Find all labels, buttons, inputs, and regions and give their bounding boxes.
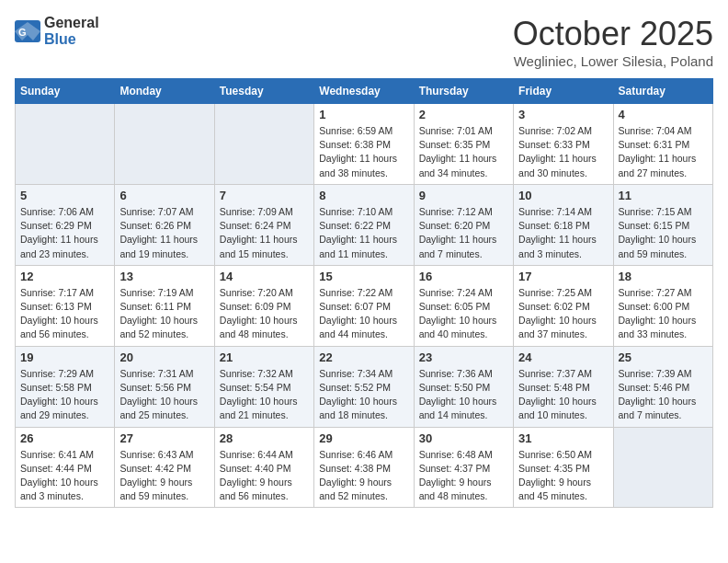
cell-date-number: 10 (518, 189, 608, 202)
cell-info-text: Sunrise: 6:48 AMSunset: 4:37 PMDaylight:… (419, 448, 508, 504)
day-header-wednesday: Wednesday (314, 79, 414, 104)
cell-info-text: Sunrise: 7:29 AMSunset: 5:58 PMDaylight:… (20, 367, 109, 423)
calendar-cell: 23Sunrise: 7:36 AMSunset: 5:50 PMDayligh… (414, 346, 513, 427)
cell-date-number: 22 (319, 350, 408, 364)
calendar-cell: 29Sunrise: 6:46 AMSunset: 4:38 PMDayligh… (314, 427, 414, 508)
calendar-cell: 5Sunrise: 7:06 AMSunset: 6:29 PMDaylight… (16, 184, 115, 265)
calendar-cell (214, 104, 313, 185)
week-row-3: 12Sunrise: 7:17 AMSunset: 6:13 PMDayligh… (16, 265, 713, 346)
cell-info-text: Sunrise: 7:25 AMSunset: 6:02 PMDaylight:… (518, 286, 608, 342)
logo-icon: G (15, 20, 40, 42)
calendar-table: SundayMondayTuesdayWednesdayThursdayFrid… (15, 78, 713, 508)
week-row-2: 5Sunrise: 7:06 AMSunset: 6:29 PMDaylight… (16, 184, 713, 265)
cell-date-number: 24 (518, 350, 608, 364)
cell-date-number: 30 (419, 431, 508, 445)
calendar-cell: 21Sunrise: 7:32 AMSunset: 5:54 PMDayligh… (214, 346, 313, 427)
week-row-1: 1Sunrise: 6:59 AMSunset: 6:38 PMDaylight… (16, 104, 713, 185)
calendar-cell: 8Sunrise: 7:10 AMSunset: 6:22 PMDaylight… (314, 184, 414, 265)
calendar-cell (613, 427, 712, 508)
cell-info-text: Sunrise: 7:39 AMSunset: 5:46 PMDaylight:… (619, 367, 708, 423)
cell-date-number: 31 (518, 431, 608, 445)
calendar-cell: 20Sunrise: 7:31 AMSunset: 5:56 PMDayligh… (115, 346, 214, 427)
cell-date-number: 14 (220, 270, 309, 283)
cell-date-number: 6 (119, 189, 209, 202)
cell-info-text: Sunrise: 7:07 AMSunset: 6:26 PMDaylight:… (119, 205, 209, 261)
calendar-cell: 27Sunrise: 6:43 AMSunset: 4:42 PMDayligh… (115, 427, 214, 508)
cell-info-text: Sunrise: 6:59 AMSunset: 6:38 PMDaylight:… (319, 124, 408, 180)
day-header-friday: Friday (514, 79, 613, 104)
cell-date-number: 4 (619, 108, 708, 121)
cell-info-text: Sunrise: 7:32 AMSunset: 5:54 PMDaylight:… (220, 367, 309, 423)
cell-info-text: Sunrise: 6:41 AMSunset: 4:44 PMDaylight:… (20, 448, 109, 504)
calendar-cell: 19Sunrise: 7:29 AMSunset: 5:58 PMDayligh… (16, 346, 115, 427)
cell-date-number: 26 (20, 431, 109, 445)
calendar-cell: 17Sunrise: 7:25 AMSunset: 6:02 PMDayligh… (514, 265, 613, 346)
calendar-cell: 15Sunrise: 7:22 AMSunset: 6:07 PMDayligh… (314, 265, 414, 346)
cell-info-text: Sunrise: 7:17 AMSunset: 6:13 PMDaylight:… (20, 286, 109, 342)
cell-date-number: 7 (220, 189, 309, 202)
cell-date-number: 5 (20, 189, 109, 202)
calendar-cell: 7Sunrise: 7:09 AMSunset: 6:24 PMDaylight… (214, 184, 313, 265)
cell-date-number: 28 (220, 431, 309, 445)
cell-info-text: Sunrise: 7:37 AMSunset: 5:48 PMDaylight:… (518, 367, 608, 423)
title-block: October 2025 Wegliniec, Lower Silesia, P… (513, 15, 713, 69)
cell-info-text: Sunrise: 7:14 AMSunset: 6:18 PMDaylight:… (518, 205, 608, 261)
week-row-4: 19Sunrise: 7:29 AMSunset: 5:58 PMDayligh… (16, 346, 713, 427)
logo-general-text: General (44, 15, 99, 30)
calendar-cell: 30Sunrise: 6:48 AMSunset: 4:37 PMDayligh… (414, 427, 513, 508)
cell-info-text: Sunrise: 7:06 AMSunset: 6:29 PMDaylight:… (20, 205, 109, 261)
calendar-cell: 9Sunrise: 7:12 AMSunset: 6:20 PMDaylight… (414, 184, 513, 265)
cell-info-text: Sunrise: 7:27 AMSunset: 6:00 PMDaylight:… (619, 286, 708, 342)
cell-info-text: Sunrise: 7:19 AMSunset: 6:11 PMDaylight:… (119, 286, 209, 342)
cell-info-text: Sunrise: 7:10 AMSunset: 6:22 PMDaylight:… (319, 205, 408, 261)
cell-date-number: 20 (119, 350, 209, 364)
cell-info-text: Sunrise: 6:46 AMSunset: 4:38 PMDaylight:… (319, 448, 408, 504)
cell-date-number: 13 (119, 270, 209, 283)
cell-date-number: 19 (20, 350, 109, 364)
cell-date-number: 1 (319, 108, 408, 121)
cell-info-text: Sunrise: 7:15 AMSunset: 6:15 PMDaylight:… (619, 205, 708, 261)
month-title: October 2025 (513, 15, 713, 53)
cell-info-text: Sunrise: 7:01 AMSunset: 6:35 PMDaylight:… (419, 124, 508, 180)
calendar-cell: 12Sunrise: 7:17 AMSunset: 6:13 PMDayligh… (16, 265, 115, 346)
calendar-cell (115, 104, 214, 185)
calendar-cell: 28Sunrise: 6:44 AMSunset: 4:40 PMDayligh… (214, 427, 313, 508)
day-header-monday: Monday (115, 79, 214, 104)
cell-info-text: Sunrise: 6:50 AMSunset: 4:35 PMDaylight:… (518, 448, 608, 504)
calendar-cell: 11Sunrise: 7:15 AMSunset: 6:15 PMDayligh… (613, 184, 712, 265)
cell-date-number: 17 (518, 270, 608, 283)
logo-blue-text: Blue (44, 31, 76, 47)
cell-date-number: 27 (119, 431, 209, 445)
cell-date-number: 23 (419, 350, 508, 364)
cell-info-text: Sunrise: 7:22 AMSunset: 6:07 PMDaylight:… (319, 286, 408, 342)
calendar-cell: 13Sunrise: 7:19 AMSunset: 6:11 PMDayligh… (115, 265, 214, 346)
calendar-cell: 2Sunrise: 7:01 AMSunset: 6:35 PMDaylight… (414, 104, 513, 185)
page-header: G General Blue October 2025 Wegliniec, L… (15, 15, 713, 69)
day-header-saturday: Saturday (613, 79, 712, 104)
calendar-cell: 18Sunrise: 7:27 AMSunset: 6:00 PMDayligh… (613, 265, 712, 346)
cell-date-number: 8 (319, 189, 408, 202)
day-header-tuesday: Tuesday (214, 79, 313, 104)
calendar-cell (16, 104, 115, 185)
cell-date-number: 15 (319, 270, 408, 283)
cell-info-text: Sunrise: 7:31 AMSunset: 5:56 PMDaylight:… (119, 367, 209, 423)
cell-date-number: 25 (619, 350, 708, 364)
svg-text:G: G (18, 27, 27, 38)
cell-date-number: 11 (619, 189, 708, 202)
cell-info-text: Sunrise: 6:44 AMSunset: 4:40 PMDaylight:… (220, 448, 309, 504)
cell-info-text: Sunrise: 7:12 AMSunset: 6:20 PMDaylight:… (419, 205, 508, 261)
cell-info-text: Sunrise: 7:09 AMSunset: 6:24 PMDaylight:… (220, 205, 309, 261)
calendar-cell: 26Sunrise: 6:41 AMSunset: 4:44 PMDayligh… (16, 427, 115, 508)
calendar-cell: 1Sunrise: 6:59 AMSunset: 6:38 PMDaylight… (314, 104, 414, 185)
cell-info-text: Sunrise: 7:34 AMSunset: 5:52 PMDaylight:… (319, 367, 408, 423)
location-subtitle: Wegliniec, Lower Silesia, Poland (513, 53, 713, 69)
day-header-thursday: Thursday (414, 79, 513, 104)
calendar-cell: 10Sunrise: 7:14 AMSunset: 6:18 PMDayligh… (514, 184, 613, 265)
cell-info-text: Sunrise: 7:36 AMSunset: 5:50 PMDaylight:… (419, 367, 508, 423)
cell-date-number: 12 (20, 270, 109, 283)
cell-info-text: Sunrise: 7:02 AMSunset: 6:33 PMDaylight:… (518, 124, 608, 180)
cell-info-text: Sunrise: 7:24 AMSunset: 6:05 PMDaylight:… (419, 286, 508, 342)
calendar-cell: 16Sunrise: 7:24 AMSunset: 6:05 PMDayligh… (414, 265, 513, 346)
week-row-5: 26Sunrise: 6:41 AMSunset: 4:44 PMDayligh… (16, 427, 713, 508)
calendar-cell: 3Sunrise: 7:02 AMSunset: 6:33 PMDaylight… (514, 104, 613, 185)
